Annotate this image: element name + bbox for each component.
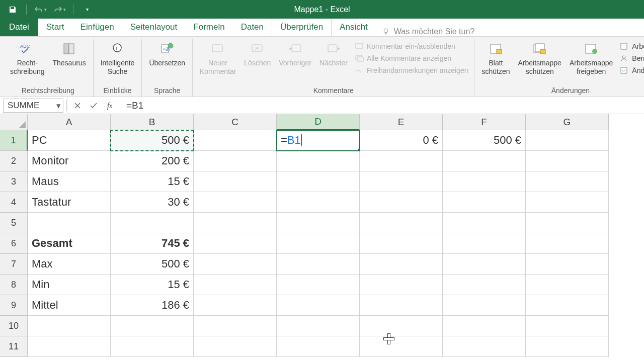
cell-C8[interactable] — [194, 275, 277, 295]
redo-button[interactable]: ▾ — [52, 2, 67, 17]
cell-F11[interactable] — [443, 336, 526, 357]
cell-C9[interactable] — [194, 295, 277, 316]
tab-file[interactable]: Datei — [0, 18, 38, 36]
cell-A5[interactable] — [28, 213, 111, 233]
cell-E7[interactable] — [360, 254, 443, 275]
cell-A9[interactable]: Mittel — [28, 295, 111, 316]
cell-E5[interactable] — [360, 213, 443, 233]
cell-F3[interactable] — [443, 171, 526, 192]
cell-D2[interactable] — [277, 151, 360, 171]
cell-D1[interactable]: =B1 — [277, 130, 360, 151]
cell-F6[interactable] — [443, 233, 526, 254]
column-header-G[interactable]: G — [526, 114, 609, 130]
cell-C4[interactable] — [194, 192, 277, 213]
cell-C6[interactable] — [194, 233, 277, 254]
track-changes-button[interactable]: Änderun — [618, 65, 644, 76]
cell-A8[interactable]: Min — [28, 275, 111, 295]
cell-A3[interactable]: Maus — [28, 171, 111, 192]
cell-E4[interactable] — [360, 192, 443, 213]
column-header-E[interactable]: E — [360, 114, 443, 130]
cell-A1[interactable]: PC — [28, 130, 111, 151]
cell-A2[interactable]: Monitor — [28, 151, 111, 171]
thesaurus-button[interactable]: Thesaurus — [50, 39, 89, 69]
tab-review[interactable]: Überprüfen — [272, 18, 332, 36]
row-header-3[interactable]: 3 — [0, 171, 28, 192]
cell-F5[interactable] — [443, 213, 526, 233]
tab-view[interactable]: Ansicht — [332, 18, 376, 36]
chevron-down-icon[interactable]: ▾ — [56, 100, 61, 111]
row-header-4[interactable]: 4 — [0, 192, 28, 213]
row-header-1[interactable]: 1 — [0, 130, 28, 151]
cell-E2[interactable] — [360, 151, 443, 171]
share-workbook-button[interactable]: Arbeitsmappe freigeben — [567, 39, 616, 78]
cell-F8[interactable] — [443, 275, 526, 295]
cell-G7[interactable] — [526, 254, 609, 275]
cell-D11[interactable] — [277, 336, 360, 357]
row-header-10[interactable]: 10 — [0, 316, 28, 336]
cell-C1[interactable] — [194, 130, 277, 151]
fx-button[interactable]: fx — [103, 100, 117, 112]
cell-G2[interactable] — [526, 151, 609, 171]
cell-G8[interactable] — [526, 275, 609, 295]
cell-E9[interactable] — [360, 295, 443, 316]
smart-lookup-button[interactable]: i Intelligente Suche — [98, 39, 138, 78]
cell-B6[interactable]: 745 € — [111, 233, 194, 254]
column-header-D[interactable]: D — [277, 114, 360, 130]
tab-layout[interactable]: Seitenlayout — [122, 18, 186, 36]
column-header-A[interactable]: A — [28, 114, 111, 130]
undo-button[interactable]: ▾ — [33, 2, 48, 17]
accept-formula-button[interactable] — [87, 100, 101, 112]
cell-E6[interactable] — [360, 233, 443, 254]
cell-G1[interactable] — [526, 130, 609, 151]
cell-A7[interactable]: Max — [28, 254, 111, 275]
cell-A6[interactable]: Gesamt — [28, 233, 111, 254]
cell-G4[interactable] — [526, 192, 609, 213]
save-button[interactable] — [5, 2, 20, 17]
cell-A10[interactable] — [28, 316, 111, 336]
cell-B7[interactable]: 500 € — [111, 254, 194, 275]
row-header-5[interactable]: 5 — [0, 213, 28, 233]
name-box[interactable]: SUMME ▾ — [3, 99, 63, 113]
cell-C5[interactable] — [194, 213, 277, 233]
cell-C10[interactable] — [194, 316, 277, 336]
cell-G6[interactable] — [526, 233, 609, 254]
cell-G9[interactable] — [526, 295, 609, 316]
cell-B5[interactable] — [111, 213, 194, 233]
cell-F4[interactable] — [443, 192, 526, 213]
qat-customize[interactable]: ▾ — [79, 2, 95, 17]
cell-G10[interactable] — [526, 316, 609, 336]
protect-workbook-button[interactable]: Arbeitsmappe schützen — [515, 39, 565, 78]
cancel-formula-button[interactable] — [70, 100, 85, 112]
cell-B1[interactable]: 500 € — [111, 130, 194, 151]
cell-B10[interactable] — [111, 316, 194, 336]
cell-E11[interactable] — [360, 336, 443, 357]
tab-data[interactable]: Daten — [233, 18, 272, 36]
cell-D5[interactable] — [277, 213, 360, 233]
cell-B2[interactable]: 200 € — [111, 151, 194, 171]
cell-E1[interactable]: 0 € — [360, 130, 443, 151]
cell-B8[interactable]: 15 € — [111, 275, 194, 295]
cell-C2[interactable] — [194, 151, 277, 171]
protect-sheet-button[interactable]: Blatt schützen — [478, 39, 513, 78]
row-header-7[interactable]: 7 — [0, 254, 28, 275]
cell-E8[interactable] — [360, 275, 443, 295]
cell-D4[interactable] — [277, 192, 360, 213]
row-header-9[interactable]: 9 — [0, 295, 28, 316]
cell-F1[interactable]: 500 € — [443, 130, 526, 151]
cell-G11[interactable] — [526, 336, 609, 357]
cell-D3[interactable] — [277, 171, 360, 192]
column-header-C[interactable]: C — [194, 114, 277, 130]
cell-B4[interactable]: 30 € — [111, 192, 194, 213]
cell-F9[interactable] — [443, 295, 526, 316]
cell-E3[interactable] — [360, 171, 443, 192]
cell-C11[interactable] — [194, 336, 277, 357]
row-header-6[interactable]: 6 — [0, 233, 28, 254]
cell-C7[interactable] — [194, 254, 277, 275]
select-all-corner[interactable] — [0, 114, 28, 130]
row-header-8[interactable]: 8 — [0, 275, 28, 295]
protect-share-workbook-button[interactable]: Arbeitsm — [618, 41, 644, 52]
tell-me-box[interactable]: Was möchten Sie tun? — [376, 27, 480, 36]
cell-F7[interactable] — [443, 254, 526, 275]
cell-G5[interactable] — [526, 213, 609, 233]
cell-B3[interactable]: 15 € — [111, 171, 194, 192]
